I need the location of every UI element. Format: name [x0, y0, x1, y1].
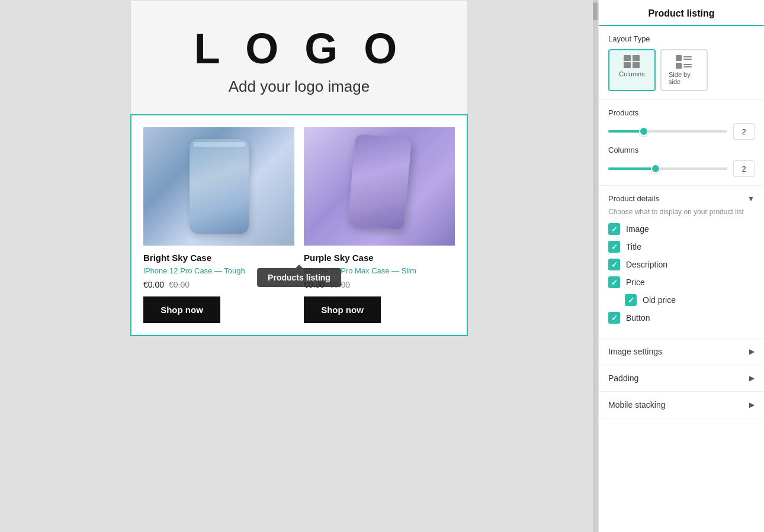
layout-type-label: Layout Type — [608, 34, 755, 43]
phone-case-image-1 — [143, 127, 294, 246]
shop-now-button-2[interactable]: Shop now — [304, 296, 381, 323]
products-slider-thumb[interactable] — [639, 127, 649, 136]
side-icon — [676, 55, 692, 69]
products-block: Bright Sky Case iPhone 12 Pro Case — Tou… — [130, 114, 468, 336]
layout-columns-option[interactable]: Columns — [608, 49, 656, 91]
product-details-subtitle: Choose what to display on your product l… — [608, 208, 755, 216]
scrollbar-thumb[interactable] — [593, 2, 598, 20]
checkbox-image-row: Image — [608, 223, 755, 235]
products-section: Bright Sky Case iPhone 12 Pro Case — Tou… — [130, 114, 468, 336]
checkbox-old-price-row: Old price — [625, 294, 755, 306]
vertical-scrollbar[interactable] — [593, 0, 598, 532]
checkbox-price-row: Price — [608, 276, 755, 288]
checkbox-old-price[interactable] — [625, 294, 637, 306]
tooltip-arrow — [296, 265, 303, 268]
price-current-1: €0.00 — [143, 280, 164, 289]
checkbox-title[interactable] — [608, 241, 620, 253]
padding-chevron: ▶ — [749, 374, 755, 382]
panel-title: Product listing — [608, 8, 755, 25]
product-card: Bright Sky Case iPhone 12 Pro Case — Tou… — [143, 127, 294, 323]
side-lines-2 — [683, 64, 692, 67]
product-title-1: Bright Sky Case — [143, 253, 294, 263]
product-details-chevron[interactable]: ▼ — [747, 195, 755, 203]
checkbox-image[interactable] — [608, 223, 620, 235]
product-details-section: Product details ▼ Choose what to display… — [599, 186, 764, 338]
phone-case-image-2 — [304, 127, 455, 246]
padding-section[interactable]: Padding ▶ — [599, 365, 764, 392]
image-settings-chevron: ▶ — [749, 347, 755, 356]
products-slider-track — [608, 130, 727, 133]
side-line-1 — [683, 56, 692, 57]
mobile-stacking-section[interactable]: Mobile stacking ▶ — [599, 392, 764, 418]
checkbox-price[interactable] — [608, 276, 620, 288]
products-value: 2 — [733, 123, 755, 140]
checkbox-button-row: Button — [608, 312, 755, 324]
checkbox-description-row: Description — [608, 259, 755, 270]
columns-slider-row: 2 — [608, 160, 755, 177]
logo-block: L O G O Add your logo image — [130, 0, 468, 114]
products-label: Products — [608, 108, 755, 117]
panel-header: Product listing — [599, 0, 764, 26]
side-line-4 — [683, 66, 692, 67]
side-img-1 — [676, 55, 682, 61]
products-slider[interactable] — [608, 125, 727, 137]
shop-now-button-1[interactable]: Shop now — [143, 296, 220, 323]
cell-1 — [624, 55, 631, 61]
side-img-2 — [676, 63, 682, 69]
side-line-2 — [683, 59, 692, 60]
products-grid: Bright Sky Case iPhone 12 Pro Case — Tou… — [143, 127, 455, 323]
checkbox-image-label: Image — [626, 224, 649, 234]
side-lines-1 — [683, 56, 692, 60]
layout-side-option[interactable]: Side by side — [660, 49, 708, 91]
mobile-stacking-chevron: ▶ — [749, 401, 755, 409]
checkbox-title-label: Title — [626, 242, 641, 252]
columns-slider-thumb[interactable] — [651, 164, 660, 173]
layout-options: Columns — [608, 49, 755, 91]
logo-text: L O G O — [194, 24, 405, 73]
side-line-3 — [683, 64, 692, 65]
columns-value: 2 — [733, 160, 755, 177]
cell-2 — [633, 55, 640, 61]
checkbox-button-label: Button — [626, 313, 650, 323]
product-card-2: Purple Sky Case iPhone 12 Pro Max Case —… — [304, 127, 455, 323]
layout-type-section: Layout Type Columns — [599, 26, 764, 100]
logo-subtext: Add your logo image — [229, 78, 370, 96]
mobile-stacking-label: Mobile stacking — [608, 400, 666, 410]
checkbox-description-label: Description — [626, 260, 667, 269]
columns-label-2: Columns — [608, 146, 755, 154]
cell-3 — [624, 62, 631, 68]
columns-slider-fill — [608, 167, 656, 170]
columns-slider[interactable] — [608, 163, 727, 175]
products-slider-section: Products 2 Columns 2 — [599, 100, 764, 186]
products-slider-row: 2 — [608, 123, 755, 140]
product-image-1 — [143, 127, 294, 246]
tooltip-label: Products listing — [268, 273, 330, 282]
canvas-area: L O G O Add your logo image Bright Sky C… — [0, 0, 598, 532]
padding-label: Padding — [608, 373, 638, 383]
canvas-wrapper: L O G O Add your logo image Bright Sky C… — [0, 0, 598, 532]
checkbox-price-label: Price — [626, 278, 645, 287]
columns-icon — [624, 55, 640, 68]
price-old-1: €0.00 — [169, 280, 190, 289]
product-title-2: Purple Sky Case — [304, 253, 455, 263]
columns-slider-track — [608, 167, 727, 170]
image-settings-label: Image settings — [608, 347, 662, 356]
product-image-2 — [304, 127, 455, 246]
columns-label: Columns — [619, 70, 644, 78]
side-row-1 — [676, 55, 692, 61]
right-panel: Product listing Layout Type Columns — [598, 0, 764, 532]
checkbox-old-price-label: Old price — [643, 295, 676, 305]
product-details-header: Product details ▼ — [608, 194, 755, 203]
side-row-2 — [676, 63, 692, 69]
checkbox-description[interactable] — [608, 259, 620, 270]
side-by-side-label: Side by side — [669, 71, 699, 85]
image-settings-section[interactable]: Image settings ▶ — [599, 338, 764, 365]
products-listing-tooltip: Products listing — [257, 268, 341, 287]
products-slider-fill — [608, 130, 644, 133]
cell-4 — [633, 62, 640, 68]
checkbox-title-row: Title — [608, 241, 755, 253]
product-details-label: Product details — [608, 194, 659, 203]
checkbox-button[interactable] — [608, 312, 620, 324]
